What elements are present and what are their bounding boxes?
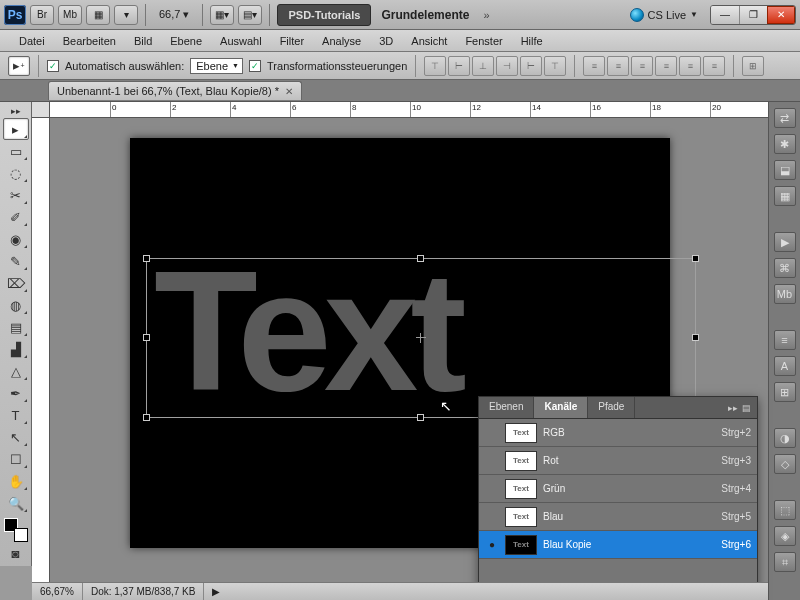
visibility-icon[interactable] — [485, 426, 499, 440]
layout-button[interactable]: ▦ — [86, 5, 110, 25]
tool-button[interactable]: ▤ — [3, 316, 29, 338]
transform-controls-checkbox[interactable]: ✓ — [249, 60, 261, 72]
cs-live-button[interactable]: CS Live ▼ — [630, 8, 698, 22]
tool-button[interactable]: ▟ — [3, 338, 29, 360]
document-tab[interactable]: Unbenannt-1 bei 66,7% (Text, Blau Kopie/… — [48, 81, 302, 100]
tool-button[interactable]: ▸ — [3, 118, 29, 140]
menu-ansicht[interactable]: Ansicht — [402, 32, 456, 50]
channel-row[interactable]: TextRGBStrg+2 — [479, 419, 757, 447]
distribute-button[interactable]: ≡ — [679, 56, 701, 76]
panel-menu-icon[interactable]: ▤ — [742, 403, 751, 413]
menu-bild[interactable]: Bild — [125, 32, 161, 50]
tool-button[interactable]: ✎ — [3, 250, 29, 272]
status-arrow-icon[interactable]: ▶ — [204, 583, 228, 600]
panel-icon[interactable]: ▦ — [774, 186, 796, 206]
ruler-horizontal[interactable]: 02468101214161820 — [50, 102, 768, 118]
align-button[interactable]: ⊢ — [448, 56, 470, 76]
distribute-button[interactable]: ≡ — [631, 56, 653, 76]
panel-tab-ebenen[interactable]: Ebenen — [479, 397, 534, 418]
channel-row[interactable]: TextGrünStrg+4 — [479, 475, 757, 503]
transform-handle[interactable] — [143, 334, 150, 341]
transform-handle[interactable] — [692, 255, 699, 262]
tool-button[interactable]: ▭ — [3, 140, 29, 162]
panel-icon[interactable]: ◑ — [774, 428, 796, 448]
chevron-right-icon[interactable]: » — [483, 9, 489, 21]
distribute-button[interactable]: ≡ — [703, 56, 725, 76]
align-button[interactable]: ⊤ — [424, 56, 446, 76]
panel-icon[interactable]: A — [774, 356, 796, 376]
tool-button[interactable]: △ — [3, 360, 29, 382]
tool-button[interactable]: 🔍 — [3, 492, 29, 514]
visibility-icon[interactable] — [485, 454, 499, 468]
menu-fenster[interactable]: Fenster — [456, 32, 511, 50]
status-zoom[interactable]: 66,67% — [32, 583, 83, 600]
tool-button[interactable]: ✐ — [3, 206, 29, 228]
panel-icon[interactable]: ⌗ — [774, 552, 796, 572]
panel-icon[interactable]: ⊞ — [774, 382, 796, 402]
background-color[interactable] — [14, 528, 28, 542]
menu-filter[interactable]: Filter — [271, 32, 313, 50]
workspace-preset[interactable]: PSD-Tutorials — [277, 4, 371, 26]
menu-auswahl[interactable]: Auswahl — [211, 32, 271, 50]
maximize-button[interactable]: ❐ — [739, 6, 767, 24]
arrange-button[interactable]: ▤▾ — [238, 5, 262, 25]
panel-icon[interactable]: ⇄ — [774, 108, 796, 128]
tool-button[interactable]: ◉ — [3, 228, 29, 250]
collapse-tools-icon[interactable]: ▸▸ — [3, 104, 29, 118]
visibility-icon[interactable] — [485, 510, 499, 524]
tool-button[interactable]: ✋ — [3, 470, 29, 492]
distribute-button[interactable]: ≡ — [655, 56, 677, 76]
zoom-display[interactable]: 66,7 ▾ — [153, 8, 195, 21]
visibility-icon[interactable]: ● — [485, 538, 499, 552]
transform-handle[interactable] — [143, 255, 150, 262]
tool-button[interactable]: ✒ — [3, 382, 29, 404]
menu-3d[interactable]: 3D — [370, 32, 402, 50]
align-button[interactable]: ⊤ — [544, 56, 566, 76]
panel-tab-pfade[interactable]: Pfade — [588, 397, 635, 418]
transform-handle[interactable] — [417, 255, 424, 262]
panel-icon[interactable]: ✱ — [774, 134, 796, 154]
bridge-button[interactable]: Br — [30, 5, 54, 25]
visibility-icon[interactable] — [485, 482, 499, 496]
transform-handle[interactable] — [417, 414, 424, 421]
tool-button[interactable]: ☐ — [3, 448, 29, 470]
menu-hilfe[interactable]: Hilfe — [512, 32, 552, 50]
status-doc-info[interactable]: Dok: 1,37 MB/838,7 KB — [83, 583, 205, 600]
panel-icon[interactable]: ≡ — [774, 330, 796, 350]
menu-datei[interactable]: Datei — [10, 32, 54, 50]
ruler-origin[interactable] — [32, 102, 50, 118]
quickmask-button[interactable]: ◙ — [3, 542, 29, 564]
move-tool-icon[interactable]: ▸+ — [8, 56, 30, 76]
tool-button[interactable]: ✂ — [3, 184, 29, 206]
distribute-button[interactable]: ≡ — [583, 56, 605, 76]
menu-bearbeiten[interactable]: Bearbeiten — [54, 32, 125, 50]
minibridge-button[interactable]: Mb — [58, 5, 82, 25]
tool-button[interactable]: T — [3, 404, 29, 426]
tool-button[interactable]: ◍ — [3, 294, 29, 316]
panel-icon[interactable]: Mb — [774, 284, 796, 304]
menu-ebene[interactable]: Ebene — [161, 32, 211, 50]
tool-button[interactable]: ◌ — [3, 162, 29, 184]
panel-icon[interactable]: ⬓ — [774, 160, 796, 180]
channel-row[interactable]: ●TextBlau KopieStrg+6 — [479, 531, 757, 559]
close-button[interactable]: ✕ — [767, 6, 795, 24]
transform-handle[interactable] — [692, 334, 699, 341]
panel-collapse-icon[interactable]: ▸▸ — [728, 403, 738, 413]
tool-button[interactable]: ↖ — [3, 426, 29, 448]
auto-align-button[interactable]: ⊞ — [742, 56, 764, 76]
channel-row[interactable]: TextRotStrg+3 — [479, 447, 757, 475]
screen-mode-button[interactable]: ▾ — [114, 5, 138, 25]
workspace-label[interactable]: Grundelemente — [381, 8, 469, 22]
panel-icon[interactable]: ⌘ — [774, 258, 796, 278]
view-extras-button[interactable]: ▦▾ — [210, 5, 234, 25]
menu-analyse[interactable]: Analyse — [313, 32, 370, 50]
align-button[interactable]: ⊣ — [496, 56, 518, 76]
panel-icon[interactable]: ◇ — [774, 454, 796, 474]
auto-select-target-dropdown[interactable]: Ebene — [190, 58, 243, 74]
auto-select-checkbox[interactable]: ✓ — [47, 60, 59, 72]
transform-center-icon[interactable] — [416, 333, 426, 343]
channels-panel[interactable]: EbenenKanälePfade▸▸▤ TextRGBStrg+2TextRo… — [478, 396, 758, 600]
tool-button[interactable]: ⌦ — [3, 272, 29, 294]
distribute-button[interactable]: ≡ — [607, 56, 629, 76]
panel-icon[interactable]: ▶ — [774, 232, 796, 252]
